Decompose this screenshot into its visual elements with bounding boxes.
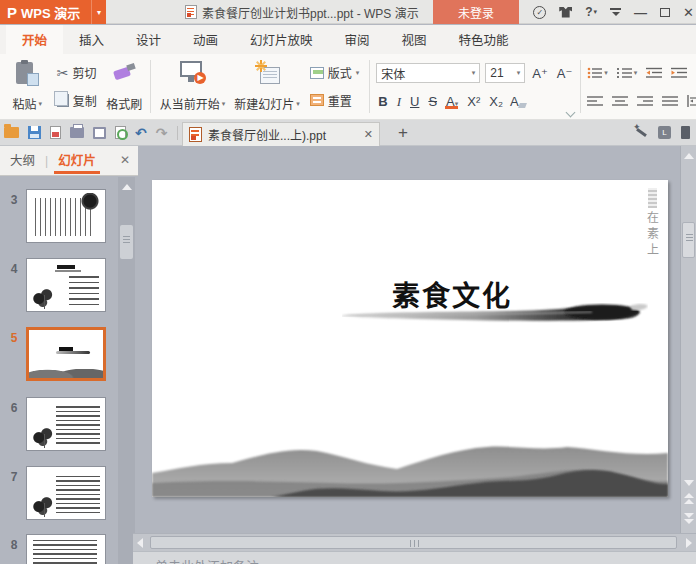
italic-button[interactable]: I (395, 94, 403, 110)
close-button[interactable]: ✕ (683, 5, 694, 20)
export-pdf-icon[interactable] (50, 126, 61, 139)
align-right-button[interactable] (637, 96, 653, 107)
horizontal-scroll-thumb[interactable] (150, 536, 677, 549)
minimize-button[interactable]: — (634, 5, 647, 20)
maximize-button[interactable] (660, 8, 670, 17)
justify-icon (662, 96, 678, 107)
shrink-font-button[interactable]: A⁻ (555, 66, 575, 81)
tab-switch-icon[interactable]: L (658, 126, 671, 139)
wps-logo[interactable]: P WPS 演示 ▾ (0, 0, 106, 24)
thumbnail-scroll-up-icon[interactable] (118, 179, 135, 195)
ribbon-tabbar: 开始 插入 设计 动画 幻灯片放映 审阅 视图 特色功能 (0, 25, 696, 54)
skin-icon[interactable] (559, 7, 572, 18)
thumbnail-image[interactable] (26, 189, 106, 243)
thumbnail-image[interactable] (26, 534, 106, 564)
collapse-ribbon-icon[interactable] (610, 7, 621, 17)
horizontal-scrollbar[interactable] (133, 533, 696, 551)
cut-button[interactable]: ✂剪切 (53, 62, 101, 83)
superscript-button[interactable]: X² (465, 94, 482, 109)
print-preview-icon[interactable] (93, 127, 106, 139)
panel-close-icon[interactable]: ✕ (120, 153, 130, 167)
save-icon[interactable] (28, 126, 41, 139)
vertical-scrollbar[interactable] (680, 146, 696, 533)
numbered-caret-icon: ▾ (634, 69, 638, 77)
grow-font-button[interactable]: A⁺ (530, 66, 550, 81)
scroll-down-icon[interactable] (681, 474, 696, 491)
tab-outline[interactable]: 大纲 (0, 146, 45, 176)
current-slide[interactable]: 在素上 素食文化 (152, 180, 668, 497)
new-slide-button[interactable]: 新建幻灯片▾ (230, 57, 304, 116)
decrease-indent-button[interactable] (646, 67, 662, 79)
tab-close-icon[interactable]: ✕ (364, 128, 373, 141)
font-name-select[interactable]: 宋体▾ (376, 63, 480, 83)
paste-button[interactable]: 粘贴▾ (4, 57, 51, 116)
thumbnail-image[interactable] (26, 327, 106, 381)
font-size-select[interactable]: 21▾ (485, 63, 525, 83)
copy-icon (57, 94, 69, 107)
tab-review[interactable]: 审阅 (329, 25, 386, 54)
thumbnail-image[interactable] (26, 397, 106, 451)
slide-editor-canvas[interactable]: 在素上 素食文化 (138, 146, 680, 533)
thumbnail-image[interactable] (26, 258, 106, 312)
vertical-scroll-thumb[interactable] (682, 222, 695, 258)
slide-number: 6 (6, 401, 22, 415)
ribbon-divider (580, 60, 581, 113)
new-slide-caret-icon: ▾ (296, 100, 300, 108)
redo-icon[interactable]: ↷ (156, 125, 168, 141)
numbered-list-button[interactable]: ▾ (617, 67, 638, 79)
thumbnail-scrollbar[interactable] (118, 177, 135, 564)
scroll-up-icon[interactable] (681, 148, 696, 165)
tab-slideshow[interactable]: 幻灯片放映 (234, 25, 329, 54)
increase-indent-button[interactable] (671, 67, 687, 79)
wps-presentation-window: P WPS 演示 ▾ 素食餐厅创业计划书ppt...ppt - WPS 演示 未… (0, 0, 696, 564)
slide-panel: 大纲 | 幻灯片 ✕ 3 4 5 6 7 (0, 146, 138, 564)
layout-button[interactable]: 版式▾ (306, 62, 364, 83)
tab-insert[interactable]: 插入 (63, 25, 120, 54)
play-from-current-icon: ▶ (178, 60, 206, 86)
document-tabbar: ↶ ↷ ▾ 素食餐厅创业...上).ppt ✕ + L (0, 120, 696, 146)
bullet-list-button[interactable]: ▾ (587, 67, 608, 79)
login-button[interactable]: 未登录 (433, 0, 519, 24)
document-tab[interactable]: 素食餐厅创业...上).ppt ✕ (182, 122, 380, 146)
tab-home[interactable]: 开始 (6, 25, 63, 54)
clear-format-button[interactable]: A (510, 94, 519, 109)
scroll-right-icon[interactable] (680, 534, 696, 552)
start-from-current-button[interactable]: ▶ 从当前开始▾ (155, 57, 230, 116)
notes-pane[interactable]: 单击此处添加备注 (133, 551, 696, 564)
underline-button[interactable]: U (408, 94, 421, 109)
thumbnail-scroll-thumb[interactable] (120, 225, 133, 259)
reset-button[interactable]: 重置 (306, 90, 364, 111)
panel-toggle-icon[interactable] (681, 126, 690, 139)
tab-special-features[interactable]: 特色功能 (443, 25, 525, 54)
align-left-button[interactable] (587, 96, 603, 107)
tab-view[interactable]: 视图 (386, 25, 443, 54)
subscript-button[interactable]: X₂ (487, 94, 505, 109)
align-left-icon (587, 96, 603, 107)
beautify-wand-icon[interactable] (634, 126, 648, 140)
open-file-icon[interactable] (4, 127, 19, 138)
tab-animation[interactable]: 动画 (177, 25, 234, 54)
member-icon[interactable]: ✓ (533, 6, 546, 19)
color-caret-icon: ▾ (455, 100, 459, 107)
format-painter-button[interactable]: 格式刷 (103, 57, 146, 116)
print-icon[interactable] (70, 127, 84, 138)
next-slide-button[interactable] (681, 512, 696, 532)
scroll-left-icon[interactable] (133, 534, 149, 552)
font-color-button[interactable]: A▾ (444, 94, 460, 109)
bold-button[interactable]: B (376, 94, 389, 109)
previous-slide-button[interactable] (681, 492, 696, 512)
align-center-button[interactable] (612, 96, 628, 107)
undo-icon[interactable]: ↶ (135, 125, 147, 141)
tab-design[interactable]: 设计 (120, 25, 177, 54)
logo-dropdown-icon[interactable]: ▾ (91, 0, 106, 24)
justify-button[interactable] (662, 96, 678, 107)
new-tab-button[interactable]: + (392, 122, 414, 144)
find-icon[interactable] (115, 126, 126, 139)
tab-slides[interactable]: 幻灯片 (48, 146, 106, 176)
strikethrough-button[interactable]: S (426, 94, 439, 109)
distribute-button[interactable] (687, 95, 696, 107)
scissors-icon: ✂ (57, 65, 69, 81)
copy-button[interactable]: 复制 (53, 90, 101, 111)
help-button[interactable]: ?▾ (585, 5, 597, 19)
thumbnail-image[interactable] (26, 466, 106, 520)
